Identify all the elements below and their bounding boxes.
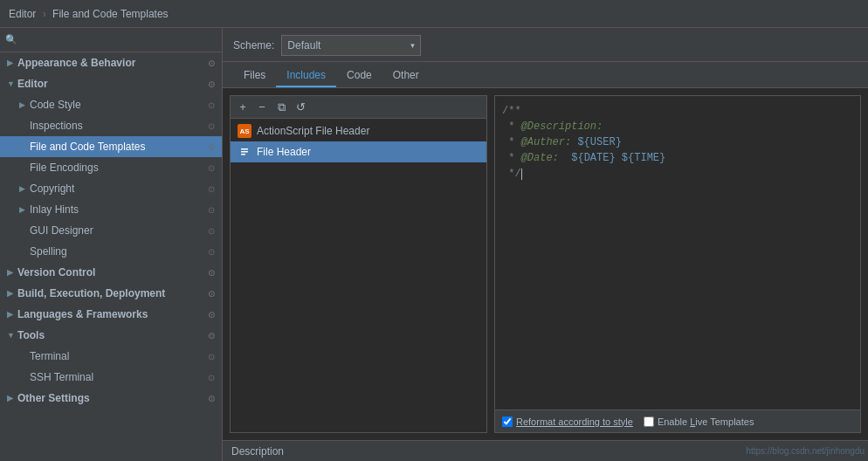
copy-icon: ⊙ <box>208 352 215 361</box>
code-time-var: ${TIME} <box>622 152 665 164</box>
copy-icon: ⊙ <box>208 163 215 173</box>
reformat-label: Reformat according to style <box>516 416 633 427</box>
tab-other[interactable]: Other <box>382 65 430 87</box>
tab-includes[interactable]: Includes <box>276 65 336 87</box>
code-user-var: ${USER} <box>577 136 621 148</box>
sidebar-item-label: File Encodings <box>30 162 204 174</box>
copy-icon: ⊙ <box>208 226 215 236</box>
copy-icon: ⊙ <box>208 79 215 89</box>
code-date-var: ${DATE} <box>571 152 615 164</box>
description-label: Description <box>231 445 284 458</box>
sidebar-item-label: Copyright <box>30 182 204 195</box>
file-list: AS ActionScript File Header Fi <box>231 119 486 432</box>
sidebar-item-spelling[interactable]: ▶ Spelling ⊙ <box>0 241 222 262</box>
reformat-checkbox-item[interactable]: Reformat according to style <box>502 416 633 427</box>
copy-icon: ⊙ <box>208 121 215 131</box>
copy-icon: ⊙ <box>208 58 215 68</box>
breadcrumb: Editor › File and Code Templates <box>9 8 169 20</box>
code-auther-label: @Auther: <box>521 136 572 148</box>
tab-files[interactable]: Files <box>233 65 276 87</box>
arrow-icon: ▶ <box>7 268 17 277</box>
top-bar: Editor › File and Code Templates <box>0 0 868 28</box>
svg-rect-3 <box>241 154 245 155</box>
code-date-label: @Date: <box>521 152 565 164</box>
template-area: + − ⧉ ↺ AS ActionScript File Header <box>223 88 868 440</box>
copy-icon: ⊙ <box>208 373 215 382</box>
main-layout: 🔍 ▶ Appearance & Behavior ⊙ ▼ Editor ⊙ ▶… <box>0 28 868 461</box>
sidebar-item-file-encodings[interactable]: ▶ File Encodings ⊙ <box>0 157 222 178</box>
breadcrumb-separator: › <box>43 8 46 20</box>
copy-icon: ⊙ <box>208 142 215 152</box>
sidebar-item-version-control[interactable]: ▶ Version Control ⊙ <box>0 262 222 283</box>
copy-icon: ⊙ <box>208 247 215 257</box>
copy-button[interactable]: ⧉ <box>272 99 290 116</box>
scheme-label: Scheme: <box>233 39 274 52</box>
sidebar-item-other-settings[interactable]: ▶ Other Settings ⊙ <box>0 388 222 409</box>
watermark: https://blog.csdn.net/jinhongdu <box>746 441 868 461</box>
content-area: Scheme: Default Project Files Includes C… <box>223 28 868 461</box>
reformat-checkbox[interactable] <box>502 416 513 427</box>
reset-button[interactable]: ↺ <box>292 99 309 116</box>
list-item[interactable]: AS ActionScript File Header <box>231 120 486 141</box>
sidebar-item-gui-designer[interactable]: ▶ GUI Designer ⊙ <box>0 220 222 241</box>
sidebar-item-label: Languages & Frameworks <box>17 308 204 320</box>
svg-rect-2 <box>241 151 248 153</box>
scheme-row: Scheme: Default Project <box>233 35 858 56</box>
copy-icon: ⊙ <box>208 289 215 299</box>
sidebar-item-label: Code Style <box>30 99 204 111</box>
description-bar: Description https://blog.csdn.net/jinhon… <box>223 440 868 461</box>
content-header: Scheme: Default Project <box>223 28 868 62</box>
sidebar-item-languages-frameworks[interactable]: ▶ Languages & Frameworks ⊙ <box>0 304 222 325</box>
scheme-select[interactable]: Default Project <box>281 35 421 56</box>
breadcrumb-editor: Editor <box>9 8 36 20</box>
tab-code[interactable]: Code <box>336 65 382 87</box>
code-line5: */ <box>502 168 521 180</box>
sidebar-item-label: Tools <box>17 329 204 341</box>
copy-icon: ⊙ <box>208 184 215 194</box>
scheme-select-wrapper[interactable]: Default Project <box>281 35 421 56</box>
sidebar-item-ssh-terminal[interactable]: ▶ SSH Terminal ⊙ <box>0 367 222 388</box>
file-item-label: File Header <box>257 146 311 158</box>
sidebar-item-code-style[interactable]: ▶ Code Style ⊙ <box>0 94 222 115</box>
search-input[interactable] <box>21 34 217 46</box>
arrow-icon: ▶ <box>7 58 17 67</box>
code-editor[interactable]: /** * @Description: * @Auther: ${USER} *… <box>495 96 860 409</box>
sidebar-item-label: Editor <box>17 78 204 90</box>
code-line3-prefix: * <box>502 136 521 148</box>
live-templates-checkbox-item[interactable]: Enable Live Templates <box>644 416 754 427</box>
sidebar-item-copyright[interactable]: ▶ Copyright ⊙ <box>0 178 222 199</box>
breadcrumb-current: File and Code Templates <box>52 8 169 20</box>
arrow-icon: ▶ <box>7 289 17 298</box>
arrow-icon: ▶ <box>19 184 30 193</box>
sidebar-item-build-exec-deploy[interactable]: ▶ Build, Execution, Deployment ⊙ <box>0 283 222 304</box>
copy-icon: ⊙ <box>208 310 215 320</box>
sidebar-item-label: Other Settings <box>17 392 204 404</box>
as-file-icon: AS <box>238 124 251 138</box>
file-list-toolbar: + − ⧉ ↺ <box>231 96 486 119</box>
sidebar-item-label: Appearance & Behavior <box>17 57 204 69</box>
arrow-icon: ▶ <box>7 394 17 403</box>
sidebar-item-label: Spelling <box>30 245 204 258</box>
sidebar-item-file-code-templates[interactable]: ▶ File and Code Templates ⊙ <box>0 136 222 157</box>
sidebar-item-inspections[interactable]: ▶ Inspections ⊙ <box>0 115 222 136</box>
sidebar-item-label: Inspections <box>30 120 204 132</box>
list-item[interactable]: File Header <box>231 141 486 162</box>
add-button[interactable]: + <box>234 99 251 116</box>
code-panel: /** * @Description: * @Auther: ${USER} *… <box>494 95 861 433</box>
sidebar-item-inlay-hints[interactable]: ▶ Inlay Hints ⊙ <box>0 199 222 220</box>
sidebar-item-label: SSH Terminal <box>30 371 204 383</box>
cursor <box>521 169 522 180</box>
live-templates-checkbox[interactable] <box>644 416 654 427</box>
search-bar[interactable]: 🔍 <box>0 28 222 52</box>
sidebar-item-editor[interactable]: ▼ Editor ⊙ <box>0 73 222 94</box>
copy-icon: ⊙ <box>208 205 215 215</box>
sidebar-item-appearance[interactable]: ▶ Appearance & Behavior ⊙ <box>0 52 222 73</box>
copy-icon: ⊙ <box>208 394 215 403</box>
sidebar-item-terminal[interactable]: ▶ Terminal ⊙ <box>0 346 222 367</box>
code-footer: Reformat according to style Enable Live … <box>495 409 860 432</box>
live-templates-label: Enable Live Templates <box>658 416 754 427</box>
arrow-icon: ▼ <box>7 331 17 340</box>
remove-button[interactable]: − <box>253 99 271 116</box>
sidebar-item-tools[interactable]: ▼ Tools ⊙ <box>0 325 222 346</box>
sidebar-item-label: Build, Execution, Deployment <box>17 287 204 299</box>
